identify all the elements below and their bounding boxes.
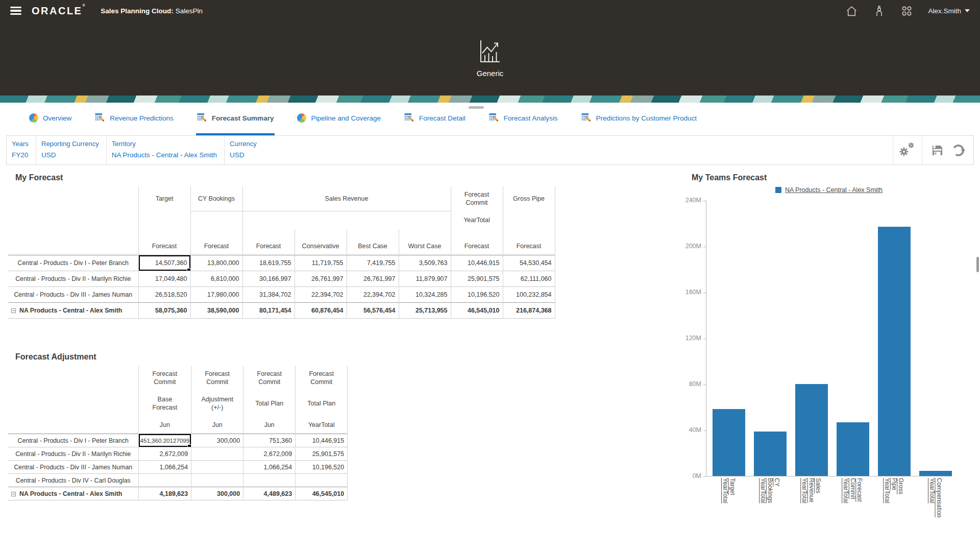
grid-cell[interactable]: 10,196,520 <box>296 461 348 474</box>
period-header[interactable]: YearTotal <box>296 417 348 434</box>
scenario-header[interactable]: Best Case <box>347 229 399 255</box>
chart-bar[interactable] <box>878 227 911 476</box>
grid-cell[interactable]: 2,672,009 <box>243 447 296 461</box>
grid-cell[interactable]: 300,000 <box>191 487 243 500</box>
grid-cell[interactable]: 2,672,009 <box>138 447 191 461</box>
tab-overview[interactable]: Overview <box>28 103 72 135</box>
col-header-forecast-commit[interactable]: Forecast Commit <box>243 366 296 390</box>
grid-cell[interactable]: 17,049,480 <box>138 271 190 286</box>
col-header-forecast-commit[interactable]: Forecast Commit <box>451 186 503 211</box>
infolet-banner[interactable]: Generic <box>0 21 980 95</box>
hamburger-menu-icon[interactable] <box>10 7 21 15</box>
x-axis-label[interactable]: CompensationYearTotal <box>928 478 942 517</box>
grid-cell[interactable]: 25,901,575 <box>451 271 503 286</box>
chart-bar[interactable] <box>795 384 828 476</box>
x-axis-label[interactable]: TargetYearTotal <box>722 478 736 517</box>
scenario-header[interactable]: Conservative <box>295 229 347 255</box>
scenario-header[interactable]: Forecast <box>451 229 503 255</box>
grid-cell[interactable]: 10,324,285 <box>399 286 451 302</box>
grid-cell[interactable]: 1,066,254 <box>138 461 191 474</box>
grid-cell[interactable]: 100,232,854 <box>503 286 555 302</box>
pov-years[interactable]: Years FY20 <box>7 136 36 164</box>
grid-cell[interactable]: 56,576,454 <box>347 302 399 318</box>
grid-cell[interactable]: 80,171,454 <box>242 302 295 318</box>
x-axis-label[interactable]: SalesRevenueYearTotal <box>801 478 822 517</box>
home-icon[interactable] <box>845 5 857 17</box>
grid-cell[interactable]: 4,189,623 <box>138 487 191 500</box>
period-header[interactable]: Jun <box>191 417 243 434</box>
grid-cell[interactable]: 751,360 <box>243 434 296 447</box>
pov-reporting-currency[interactable]: Reporting Currency USD <box>36 136 107 164</box>
person-icon[interactable] <box>873 5 885 17</box>
grid-cell[interactable]: 300,000 <box>191 434 243 447</box>
grid-cell[interactable]: 10,196,520 <box>451 286 503 302</box>
scenario-header[interactable]: Forecast <box>503 229 555 255</box>
grid-cell[interactable] <box>243 474 296 487</box>
col-header-adjustment[interactable]: Adjustment (+/-) <box>191 390 243 417</box>
tab-pipeline-and-coverage[interactable]: Pipeline and Coverage <box>296 103 382 135</box>
grid-cell[interactable]: 38,590,000 <box>190 302 242 318</box>
collapse-icon[interactable] <box>11 308 16 313</box>
save-button[interactable] <box>930 144 944 157</box>
x-axis-label[interactable]: ForecastCommitYearTotal <box>842 478 863 517</box>
col-header-cy-bookings[interactable]: CY Bookings <box>190 186 242 211</box>
tab-forecast-analysis[interactable]: Forecast Analysis <box>488 103 559 135</box>
grid-cell[interactable]: 31,384,702 <box>242 286 295 302</box>
refresh-button[interactable] <box>951 144 965 157</box>
grid-cell[interactable]: 62,111,060 <box>503 271 555 286</box>
x-axis-label[interactable]: GrossPipeYearTotal <box>884 478 904 517</box>
grid-cell[interactable]: 25,713,955 <box>399 302 451 318</box>
col-header-base-forecast[interactable]: Base Forecast <box>138 390 191 417</box>
x-axis-label[interactable]: CYBookingsYearTotal <box>760 478 780 517</box>
grid-cell[interactable]: 4,489,623 <box>243 487 296 500</box>
grid-cell[interactable]: 26,761,997 <box>347 271 399 286</box>
grid-cell[interactable]: 11,879,907 <box>399 271 451 286</box>
tab-revenue-predictions[interactable]: Revenue Predictions <box>94 103 175 135</box>
collapse-icon[interactable] <box>11 492 16 496</box>
settings-button[interactable] <box>893 136 922 164</box>
grid-cell[interactable]: 22,394,702 <box>347 286 399 302</box>
grid-cell[interactable]: 46,545,010 <box>296 487 348 500</box>
legend-label[interactable]: NA Products - Central - Alex Smith <box>785 186 883 194</box>
grid-cell[interactable]: 30,166,997 <box>242 271 295 286</box>
grid-cell[interactable]: 3,509,763 <box>399 255 451 271</box>
chart-bar[interactable] <box>837 422 869 476</box>
grid-cell[interactable]: 451,360.20127099 <box>138 434 191 447</box>
scenario-header[interactable]: Worst Case <box>399 229 451 255</box>
tab-forecast-detail[interactable]: Forecast Detail <box>403 103 467 135</box>
grid-cell[interactable]: 7,419,755 <box>347 255 399 271</box>
grid-cell[interactable]: 10,446,915 <box>296 434 348 447</box>
col-header-forecast-commit[interactable]: Forecast Commit <box>191 366 243 390</box>
pov-territory[interactable]: Territory NA Products - Central - Alex S… <box>107 136 225 164</box>
grid-cell[interactable] <box>296 474 348 487</box>
grid-cell[interactable] <box>191 461 243 474</box>
apps-grid-icon[interactable] <box>900 5 913 17</box>
grid-cell[interactable]: 46,545,010 <box>451 302 503 318</box>
grid-cell[interactable]: 11,719,755 <box>295 255 347 271</box>
scenario-header[interactable]: Forecast <box>138 229 190 255</box>
grid-cell[interactable]: 26,761,997 <box>295 271 347 286</box>
grid-cell[interactable]: 60,876,454 <box>295 302 347 318</box>
vertical-scrollbar-thumb[interactable] <box>976 257 979 272</box>
pov-currency[interactable]: Currency USD <box>225 136 286 164</box>
chart-bar[interactable] <box>919 471 952 476</box>
col-header-total-plan[interactable]: Total Plan <box>296 390 348 417</box>
tab-predictions-by-customer-product[interactable]: Predictions by Customer Product <box>580 103 698 135</box>
grid-cell[interactable]: 17,980,000 <box>190 286 242 302</box>
col-header-sales-revenue[interactable]: Sales Revenue <box>242 186 451 211</box>
period-header[interactable]: Jun <box>243 417 296 434</box>
grid-cell[interactable]: 1,066,254 <box>243 461 296 474</box>
tab-forecast-summary[interactable]: Forecast Summary <box>196 103 275 135</box>
grid-cell[interactable]: 25,901,575 <box>296 447 348 461</box>
grid-cell[interactable]: 58,075,360 <box>138 302 190 318</box>
grid-cell[interactable]: 22,394,702 <box>295 286 347 302</box>
col-header-forecast-commit[interactable]: Forecast Commit <box>296 366 348 390</box>
col-header-forecast-commit[interactable]: Forecast Commit <box>138 366 191 390</box>
col-header-total-plan[interactable]: Total Plan <box>243 390 296 417</box>
grid-cell[interactable]: 13,800,000 <box>190 255 242 271</box>
grid-cell[interactable] <box>191 447 243 461</box>
period-header[interactable]: Jun <box>138 417 191 434</box>
col-header-gross-pipe[interactable]: Gross Pipe <box>503 186 555 211</box>
tab-scrollbar-thumb[interactable] <box>469 106 484 109</box>
col-header-yeartotal[interactable]: YearTotal <box>451 211 503 229</box>
